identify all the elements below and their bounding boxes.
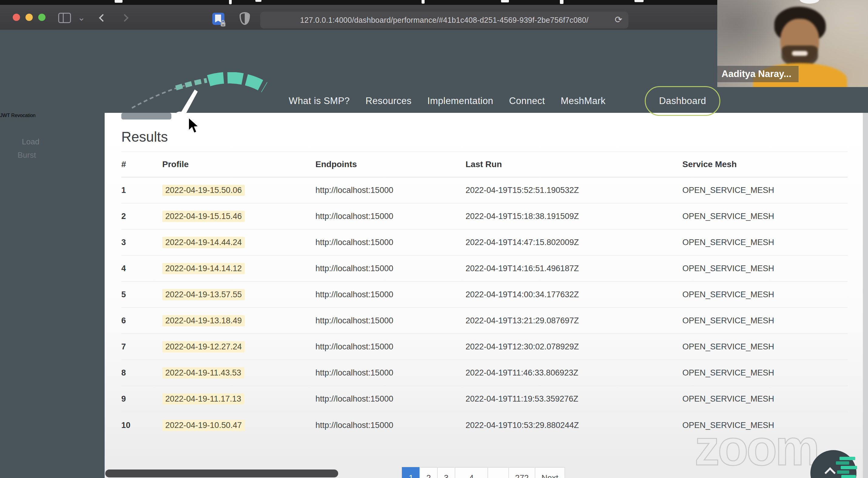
column-header: #: [121, 160, 162, 169]
participant-name: Aaditya Naray...: [721, 68, 791, 79]
table-row[interactable]: 2 2022-04-19-15.15.46 http://localhost:1…: [121, 203, 848, 230]
endpoint-cell: http://localhost:15000: [315, 394, 466, 404]
lastrun-cell: 2022-04-19T13:21:29.087697Z: [466, 316, 682, 325]
minimize-window-button[interactable]: [26, 14, 33, 21]
table-row[interactable]: 9 2022-04-19-11.17.13 http://localhost:1…: [121, 386, 848, 412]
row-number: 3: [121, 238, 162, 247]
profile-cell[interactable]: 2022-04-19-13.57.55: [162, 289, 315, 300]
table-row[interactable]: 4 2022-04-19-14.14.12 http://localhost:1…: [121, 256, 848, 282]
lastrun-cell: 2022-04-19T11:19:53.359276Z: [466, 394, 682, 404]
clipped-letter: [255, 0, 261, 2]
profile-cell[interactable]: 2022-04-19-10.50.47: [162, 420, 315, 431]
row-number: 5: [121, 290, 162, 299]
table-body: 1 2022-04-19-15.50.06 http://localhost:1…: [121, 178, 848, 438]
nav-link[interactable]: MeshMark: [561, 96, 606, 106]
table-row[interactable]: 7 2022-04-19-12.27.24 http://localhost:1…: [121, 334, 848, 360]
column-header: Service Mesh: [682, 160, 848, 169]
column-header: Profile: [162, 160, 315, 169]
mesh-cell: OPEN_SERVICE_MESH: [682, 368, 848, 378]
results-table: #ProfileEndpointsLast RunService Mesh 1 …: [121, 151, 848, 438]
profile-cell[interactable]: 2022-04-19-14.44.24: [162, 237, 315, 248]
row-number: 8: [121, 368, 162, 378]
mesh-cell: OPEN_SERVICE_MESH: [682, 290, 848, 299]
reload-icon[interactable]: ⟳: [615, 14, 622, 25]
chevron-down-icon[interactable]: ⌄: [78, 12, 85, 23]
nav-link[interactable]: Connect: [509, 96, 545, 106]
table-row[interactable]: 1 2022-04-19-15.50.06 http://localhost:1…: [121, 178, 848, 203]
left-rail: LoadBurstJWT Revocation: [0, 113, 105, 478]
table-header-row: #ProfileEndpointsLast RunService Mesh: [121, 151, 848, 178]
row-number: 1: [121, 186, 162, 195]
lastrun-cell: 2022-04-19T10:53:29.880244Z: [466, 421, 682, 430]
profile-cell[interactable]: 2022-04-19-15.50.06: [162, 185, 315, 196]
rail-label[interactable]: JWT Revocation: [0, 113, 35, 118]
table-row[interactable]: 3 2022-04-19-14.44.24 http://localhost:1…: [121, 230, 848, 256]
column-header: Last Run: [466, 160, 682, 169]
row-number: 4: [121, 264, 162, 273]
profile-cell[interactable]: 2022-04-19-14.14.12: [162, 263, 315, 274]
table-row[interactable]: 8 2022-04-19-11.43.53 http://localhost:1…: [121, 360, 848, 386]
lastrun-cell: 2022-04-19T14:47:15.802009Z: [466, 238, 682, 247]
row-number: 7: [121, 342, 162, 352]
rail-label[interactable]: Load: [22, 137, 39, 147]
row-number: 6: [121, 316, 162, 325]
page-button[interactable]: 4: [455, 467, 488, 478]
clipped-letter: [634, 0, 644, 2]
mesh-cell: OPEN_SERVICE_MESH: [682, 394, 848, 404]
profile-cell[interactable]: 2022-04-19-12.27.24: [162, 341, 315, 352]
webcam-video[interactable]: Aaditya Naray...: [717, 0, 868, 87]
lastrun-cell: 2022-04-19T14:16:51.496187Z: [466, 264, 682, 273]
forward-button[interactable]: [121, 14, 128, 22]
profile-cell[interactable]: 2022-04-19-15.15.46: [162, 211, 315, 222]
lastrun-cell: 2022-04-19T11:46:33.806923Z: [466, 368, 682, 378]
page-button[interactable]: Next: [535, 467, 565, 478]
mesh-cell: OPEN_SERVICE_MESH: [682, 342, 848, 352]
password-extension-icon[interactable]: [212, 13, 224, 25]
address-bar[interactable]: 127.0.0.1:4000/dashboard/performance/#41…: [260, 11, 628, 29]
endpoint-cell: http://localhost:15000: [315, 186, 466, 195]
page-button[interactable]: 3: [437, 467, 455, 478]
rail-label[interactable]: Burst: [18, 151, 36, 160]
endpoint-cell: http://localhost:15000: [315, 290, 466, 299]
endpoint-cell: http://localhost:15000: [315, 342, 466, 352]
mesh-cell: OPEN_SERVICE_MESH: [682, 316, 848, 325]
row-number: 9: [121, 394, 162, 404]
shield-extension-icon[interactable]: [240, 12, 250, 25]
dashboard-button[interactable]: Dashboard: [645, 86, 720, 116]
participant-name-bar: Aaditya Naray...: [717, 66, 799, 82]
lastrun-cell: 2022-04-19T15:18:38.191509Z: [466, 212, 682, 221]
vertical-scrollbar[interactable]: [863, 113, 868, 478]
chevron-up-icon: [825, 467, 836, 478]
pagination: 1234…272Next: [402, 467, 565, 478]
page-button[interactable]: 272: [508, 467, 535, 478]
endpoint-cell: http://localhost:15000: [315, 421, 466, 430]
mesh-cell: OPEN_SERVICE_MESH: [682, 264, 848, 273]
nav-link[interactable]: Resources: [366, 96, 411, 106]
profile-cell[interactable]: 2022-04-19-11.43.53: [162, 367, 315, 379]
table-row[interactable]: 6 2022-04-19-13.18.49 http://localhost:1…: [121, 308, 848, 334]
sidebar-toggle-icon[interactable]: [58, 13, 71, 23]
horizontal-scrollbar[interactable]: [105, 470, 338, 477]
url-text: 127.0.0.1:4000/dashboard/performance/#41…: [300, 16, 588, 25]
table-row[interactable]: 5 2022-04-19-13.57.55 http://localhost:1…: [121, 282, 848, 308]
clipped-letter: [560, 0, 563, 4]
page-button[interactable]: 2: [420, 467, 438, 478]
page-button[interactable]: 1: [402, 467, 420, 478]
screen: ⌄ 127.0.0.1:4000/dashboard/performance/#…: [0, 0, 868, 478]
row-number: 10: [121, 421, 162, 430]
lastrun-cell: 2022-04-19T14:00:34.177632Z: [466, 290, 682, 299]
profile-cell[interactable]: 2022-04-19-11.17.13: [162, 393, 315, 405]
back-button[interactable]: [99, 14, 106, 22]
mesh-cell: OPEN_SERVICE_MESH: [682, 212, 848, 221]
nav-link[interactable]: What is SMP?: [289, 96, 350, 106]
endpoint-cell: http://localhost:15000: [315, 368, 466, 378]
close-window-button[interactable]: [13, 14, 20, 21]
endpoint-cell: http://localhost:15000: [315, 264, 466, 273]
zoom-window-button[interactable]: [38, 14, 45, 21]
page-button[interactable]: …: [487, 467, 509, 478]
lastrun-cell: 2022-04-19T12:30:02.078929Z: [466, 342, 682, 352]
nav-link[interactable]: Implementation: [427, 96, 493, 106]
dashboard-button-label: Dashboard: [659, 96, 706, 106]
clipped-letter: [422, 0, 425, 4]
profile-cell[interactable]: 2022-04-19-13.18.49: [162, 315, 315, 326]
